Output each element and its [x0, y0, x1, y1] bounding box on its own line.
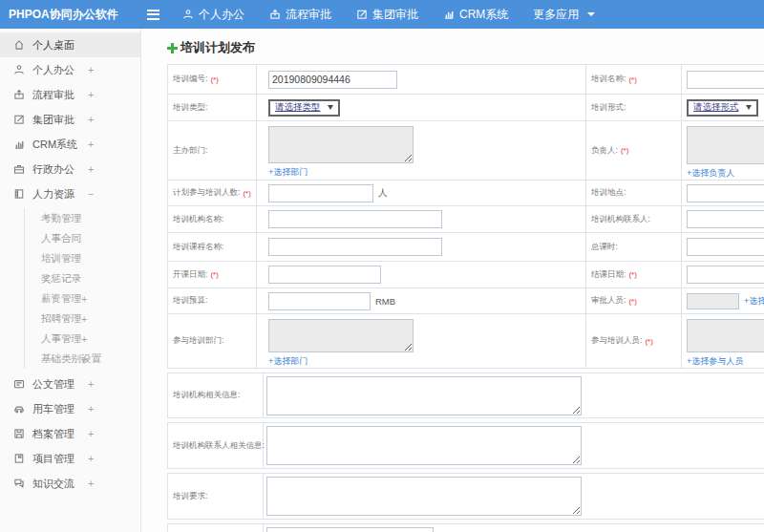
- form-row: 培训机构联系人相关信息:: [167, 422, 764, 469]
- menu-icon[interactable]: [147, 10, 159, 20]
- select-approver-link[interactable]: +选择审批人员: [744, 295, 764, 308]
- expand-icon[interactable]: +: [88, 89, 94, 100]
- page-title: 培训计划发布: [167, 39, 764, 56]
- select-department-link[interactable]: +选择部门: [268, 355, 308, 368]
- expand-icon[interactable]: +: [88, 114, 94, 125]
- label-text: 培训机构联系人:: [591, 214, 650, 225]
- training-course-name-input[interactable]: [268, 238, 442, 256]
- sidebar-item-personal-desktop[interactable]: 个人桌面: [0, 32, 140, 57]
- training-org-info-textarea[interactable]: [266, 376, 582, 415]
- expand-icon[interactable]: +: [88, 138, 94, 150]
- select-person-in-charge-link[interactable]: +选择负责人: [687, 167, 734, 180]
- total-class-hours-input[interactable]: [687, 238, 764, 256]
- start-date-input[interactable]: [268, 266, 381, 284]
- sidebar-item-group-approval[interactable]: 集团审批+: [0, 107, 140, 132]
- expand-icon[interactable]: +: [81, 333, 87, 345]
- form-row: 培训课程名称: 总课时:: [168, 232, 764, 261]
- expand-icon[interactable]: +: [81, 293, 87, 305]
- field-cell: [257, 262, 586, 287]
- select-participants-link[interactable]: +选择参与人员: [687, 355, 743, 368]
- caret-down-icon: [328, 105, 333, 110]
- participating-persons-textarea[interactable]: [687, 319, 764, 352]
- required-mark: (*): [645, 337, 652, 346]
- expand-icon[interactable]: +: [88, 163, 94, 175]
- training-budget-input[interactable]: [268, 292, 371, 310]
- training-form-select[interactable]: 请选择形式: [687, 99, 758, 117]
- expand-icon[interactable]: +: [88, 478, 94, 489]
- topnav-more-apps[interactable]: 更多应用: [533, 7, 595, 23]
- sidebar-item-document-mgmt[interactable]: 公文管理+: [0, 372, 140, 396]
- sidebar-subitem-recruit-mgmt[interactable]: 招聘管理+: [25, 309, 140, 329]
- select-department-link[interactable]: +选择部门: [268, 166, 308, 179]
- sidebar-item-vehicle-mgmt[interactable]: 用车管理+: [0, 396, 140, 421]
- field-label: 培训名称: (*): [586, 65, 682, 94]
- required-mark: (*): [628, 75, 636, 84]
- training-org-name-input[interactable]: [268, 210, 442, 228]
- expand-icon[interactable]: +: [88, 64, 94, 75]
- sidebar-item-workflow-approval[interactable]: 流程审批+: [0, 82, 140, 107]
- training-location-input[interactable]: [687, 184, 764, 202]
- field-label: 培训机构相关信息:: [168, 373, 264, 417]
- sidebar-item-human-resources[interactable]: 人力资源−: [0, 181, 140, 206]
- sidebar-subitem-salary-mgmt[interactable]: 薪资管理+: [25, 288, 140, 309]
- expand-icon[interactable]: +: [88, 428, 94, 439]
- sidebar-item-personal-office[interactable]: 个人办公+: [0, 57, 140, 82]
- sidebar-item-knowledge-exchange[interactable]: 知识交流+: [0, 471, 140, 496]
- host-department-textarea[interactable]: [268, 126, 414, 163]
- app-logo[interactable]: PHPOA协同办公软件: [0, 7, 134, 23]
- topnav-personal-office[interactable]: 个人办公: [182, 7, 244, 23]
- field-label: 培训类型:: [168, 95, 257, 120]
- collapse-icon[interactable]: −: [88, 188, 94, 200]
- topbar-nav: 个人办公流程审批集团审批CRM系统更多应用: [182, 7, 595, 23]
- participating-departments-textarea[interactable]: [268, 319, 414, 352]
- topnav-label: 更多应用: [533, 7, 579, 23]
- expand-icon[interactable]: +: [88, 453, 94, 464]
- field-label: 培训形式:: [586, 95, 682, 120]
- approver-input[interactable]: [687, 293, 739, 309]
- sidebar-subitem-attendance-mgmt[interactable]: 考勤管理: [25, 208, 140, 228]
- flow-icon: [13, 89, 25, 100]
- training-name-input[interactable]: [687, 71, 764, 89]
- planned-participants-input[interactable]: [268, 184, 373, 202]
- home-icon: [13, 39, 25, 51]
- sidebar-item-label: 集团审批: [32, 113, 74, 127]
- training-number-input[interactable]: [268, 71, 397, 89]
- sidebar-subitem-personnel-mgmt[interactable]: 人事管理+: [25, 329, 140, 349]
- sidebar-subitem-reward-record[interactable]: 奖惩记录: [25, 268, 140, 288]
- training-org-contact-info-textarea[interactable]: [266, 426, 582, 465]
- sidebar-item-archive-mgmt[interactable]: 档案管理+: [0, 421, 140, 446]
- sidebar-item-project-mgmt[interactable]: 项目管理+: [0, 446, 140, 471]
- expand-icon[interactable]: +: [81, 313, 87, 325]
- end-date-input[interactable]: [687, 266, 764, 284]
- expand-icon[interactable]: +: [88, 403, 94, 415]
- form-row: 培训类型: 请选择类型 培训形式: 请选择形式: [168, 94, 764, 120]
- sidebar-item-crm-system[interactable]: CRM系统+: [0, 132, 140, 157]
- person-in-charge-textarea[interactable]: [687, 126, 764, 164]
- bar-chart-icon: [13, 138, 25, 150]
- sidebar-subitem-label: 薪资管理: [41, 292, 81, 306]
- expand-icon[interactable]: +: [81, 353, 87, 365]
- sidebar-subitem-training-mgmt[interactable]: 培训管理: [25, 248, 140, 268]
- car-icon: [13, 403, 25, 415]
- expand-icon[interactable]: +: [88, 378, 94, 390]
- sidebar-subitem-base-category-settings[interactable]: 基础类别设置+: [25, 349, 140, 369]
- field-label: 培训要求:: [168, 474, 264, 519]
- field-cell: [257, 206, 586, 232]
- label-text: 开课日期:: [173, 269, 207, 281]
- topnav-group-approval[interactable]: 集团审批: [356, 7, 418, 23]
- field-cell: [682, 65, 764, 94]
- sidebar-item-admin-office[interactable]: 行政办公+: [0, 157, 140, 181]
- topnav-label: 个人办公: [199, 7, 244, 23]
- label-text: 培训地点:: [591, 187, 626, 199]
- training-requirements-textarea[interactable]: [266, 477, 582, 516]
- sidebar-subitem-hr-contract[interactable]: 人事合同: [25, 228, 140, 248]
- topnav-crm-system[interactable]: CRM系统: [443, 7, 508, 23]
- label-text: 培训课程名称:: [173, 242, 223, 253]
- attachment-input[interactable]: [266, 527, 434, 532]
- topnav-workflow-approval[interactable]: 流程审批: [269, 7, 331, 23]
- field-label: 结课日期: (*): [586, 262, 682, 287]
- book-icon: [13, 188, 25, 200]
- topnav-label: 流程审批: [286, 7, 331, 23]
- training-type-select[interactable]: 请选择类型: [268, 99, 340, 117]
- training-org-contact-input[interactable]: [687, 210, 764, 228]
